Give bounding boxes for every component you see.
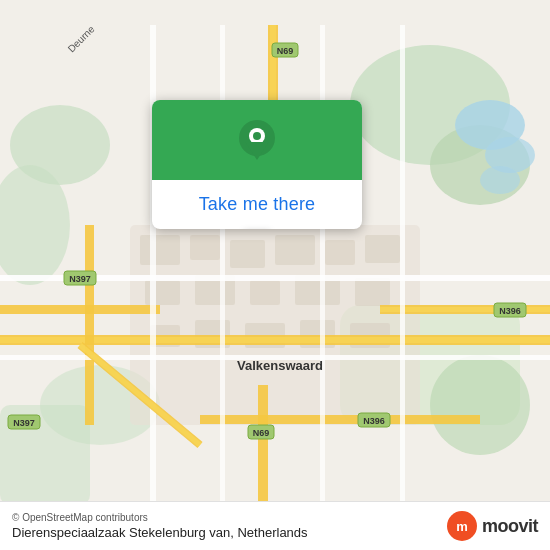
popup-button-area[interactable]: Take me there (152, 180, 362, 229)
svg-text:Valkenswaard: Valkenswaard (237, 358, 323, 373)
map-container: N69 N69 N396 N396 N397 N397 Deurne Valke… (0, 0, 550, 550)
svg-point-7 (430, 355, 530, 455)
svg-rect-36 (200, 415, 480, 424)
svg-rect-18 (365, 235, 400, 263)
svg-rect-21 (250, 280, 280, 305)
svg-rect-15 (230, 240, 265, 268)
svg-rect-37 (0, 305, 160, 314)
svg-text:N69: N69 (277, 46, 294, 56)
svg-rect-17 (325, 240, 355, 265)
bottom-bar: © OpenStreetMap contributors Dierenspeci… (0, 501, 550, 550)
attribution-text: © OpenStreetMap contributors (12, 512, 308, 523)
svg-text:m: m (456, 519, 468, 534)
svg-text:N397: N397 (13, 418, 35, 428)
moovit-icon-svg: m (446, 510, 478, 542)
moovit-text: moovit (482, 516, 538, 537)
svg-rect-44 (400, 25, 405, 525)
svg-text:N396: N396 (499, 306, 521, 316)
svg-point-64 (253, 132, 261, 140)
location-pin-icon (233, 118, 281, 166)
moovit-logo: m moovit (446, 510, 538, 542)
svg-text:N397: N397 (69, 274, 91, 284)
svg-text:N396: N396 (363, 416, 385, 426)
take-me-there-button[interactable]: Take me there (199, 194, 316, 215)
svg-point-11 (480, 166, 520, 194)
map-background: N69 N69 N396 N396 N397 N397 Deurne Valke… (0, 0, 550, 550)
popup-green-header (152, 100, 362, 180)
bottom-left-info: © OpenStreetMap contributors Dierenspeci… (12, 512, 308, 540)
svg-rect-14 (190, 235, 220, 260)
svg-rect-13 (140, 235, 180, 265)
svg-rect-16 (275, 235, 315, 265)
svg-text:N69: N69 (253, 428, 270, 438)
svg-rect-23 (355, 278, 390, 306)
place-name: Dierenspeciaalzaak Stekelenburg van, Net… (12, 525, 308, 540)
popup-card: Take me there (152, 100, 362, 229)
svg-rect-38 (85, 225, 94, 425)
